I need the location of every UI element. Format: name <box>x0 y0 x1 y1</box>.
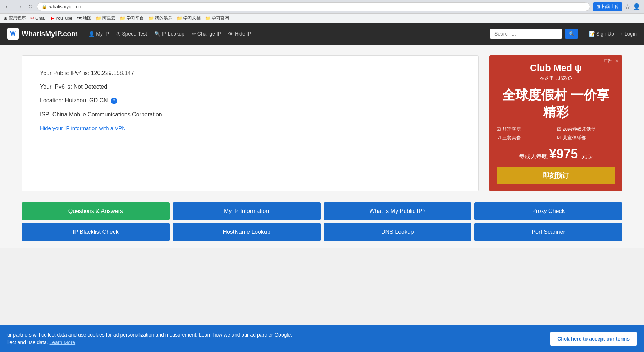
nav-hide-ip-label: Hide IP <box>235 31 251 37</box>
folder-icon-2: 📁 <box>120 15 125 21</box>
btn-questions-answers[interactable]: Questions & Answers <box>22 202 170 220</box>
search-area: 🔍 <box>490 29 578 39</box>
vpn-link[interactable]: Hide your IP information with a VPN <box>40 125 126 131</box>
maps-icon: 🗺 <box>77 15 82 21</box>
ip-lookup-icon: 🔍 <box>154 31 160 37</box>
main-content: Your Public IPv4 is: 120.229.158.147 You… <box>0 45 644 202</box>
ad-price-number: ¥975 <box>549 147 581 161</box>
isp-row: ISP: China Mobile Communications Corpora… <box>40 111 162 118</box>
bookmarks-bar: ⊞ 应用程序 ✉ Gmail ▶ YouTube 🗺 地图 📁 阿里云 📁 学习… <box>0 14 644 23</box>
ad-price-suffix: 元起 <box>581 153 593 159</box>
login-icon: → <box>618 31 624 37</box>
bookmark-wendang-label: 学习文档 <box>183 15 201 21</box>
folder-icon-4: 📁 <box>177 15 182 21</box>
ad-cta-button[interactable]: 即刻预订 <box>497 167 615 184</box>
nav-hide-ip[interactable]: 👁 Hide IP <box>228 31 251 37</box>
browser-actions: ⊞ 拓璞上传 ☆ 👤 <box>593 2 640 11</box>
folder-icon-3: 📁 <box>148 15 154 21</box>
ad-price: 每成人每晚 ¥975 元起 <box>497 147 615 162</box>
ipv4-value: 120.229.158.147 <box>91 70 134 76</box>
bookmark-xuexi[interactable]: 📁 学习平台 <box>120 15 144 21</box>
btn-ip-blacklist[interactable]: IP Blacklist Check <box>22 223 170 241</box>
browser-chrome: ← → ↻ 🔒 whatismyip.com ⊞ 拓璞上传 ☆ 👤 <box>0 0 644 14</box>
bookmark-xuexi-label: 学习平台 <box>127 15 144 21</box>
bookmark-yule-label: 我的娱乐 <box>155 15 172 21</box>
sign-up-icon: 📝 <box>589 31 595 37</box>
bookmark-guanwang-label: 学习官网 <box>212 15 229 21</box>
hide-ip-icon: 👁 <box>228 31 233 37</box>
ad-feature-3: ☑ 三餐美食 <box>497 135 555 141</box>
lock-icon: 🔒 <box>42 4 47 9</box>
ad-title: Club Med ψ <box>497 62 615 74</box>
nav-speed-test[interactable]: ◎ Speed Test <box>116 31 147 37</box>
location-value: Huizhou, GD CN <box>65 97 108 103</box>
ad-features: ☑ 舒适客房 ☑ 20余种娱乐活动 ☑ 三餐美食 ☑ 儿童俱乐部 <box>497 126 615 141</box>
reload-button[interactable]: ↻ <box>27 3 34 11</box>
back-button[interactable]: ← <box>4 3 12 11</box>
bookmark-maps[interactable]: 🗺 地图 <box>77 15 91 21</box>
nav-change-ip[interactable]: ✏ Change IP <box>192 31 221 37</box>
search-input[interactable] <box>490 29 562 39</box>
bookmark-youtube[interactable]: ▶ YouTube <box>51 15 72 21</box>
ad-currency: ¥ <box>549 147 556 161</box>
ipv4-row: Your Public IPv4 is: 120.229.158.147 <box>40 70 134 77</box>
forward-button[interactable]: → <box>15 3 24 11</box>
bookmark-star-button[interactable]: ☆ <box>625 3 630 11</box>
location-label: Location: <box>40 97 63 103</box>
ipv4-label: Your Public IPv4 is: <box>40 70 89 76</box>
ext-icon: ⊞ <box>597 4 600 9</box>
btn-what-is-my-public-ip[interactable]: What Is My Public IP? <box>324 202 472 220</box>
btn-my-ip-information[interactable]: My IP Information <box>173 202 321 220</box>
bookmark-yule[interactable]: 📁 我的娱乐 <box>148 15 172 21</box>
bookmark-gmail[interactable]: ✉ Gmail <box>30 15 46 21</box>
my-ip-icon: 👤 <box>88 31 95 37</box>
btn-dns-lookup[interactable]: DNS Lookup <box>324 223 472 241</box>
ad-main-text: 全球度假村 一价享精彩 <box>497 87 615 121</box>
info-icon[interactable]: ? <box>111 98 117 104</box>
profile-button[interactable]: 👤 <box>632 3 640 11</box>
login-link[interactable]: → Login <box>618 31 637 37</box>
bookmark-guanwang[interactable]: 📁 学习官网 <box>205 15 229 21</box>
ipv6-label: Your IPv6 is: <box>40 84 72 90</box>
change-ip-icon: ✏ <box>192 31 196 37</box>
extension-button[interactable]: ⊞ 拓璞上传 <box>593 2 622 11</box>
ipv6-value: Not Detected <box>74 84 107 90</box>
buttons-section: Questions & Answers My IP Information Wh… <box>0 202 644 248</box>
nav-ip-lookup[interactable]: 🔍 IP Lookup <box>154 31 184 37</box>
folder-icon-1: 📁 <box>96 15 101 21</box>
bookmark-youtube-label: YouTube <box>55 16 72 21</box>
isp-label: ISP: <box>40 111 51 117</box>
nav-change-ip-label: Change IP <box>197 31 221 37</box>
ad-feature-2: ☑ 20余种娱乐活动 <box>557 126 615 133</box>
ad-feature-1: ☑ 舒适客房 <box>497 126 555 133</box>
ad-price-val: 975 <box>556 147 578 161</box>
location-row: Location: Huizhou, GD CN ? <box>40 97 117 104</box>
ad-label: 广告 <box>604 58 612 64</box>
logo-text: WhatIsMyIP.com <box>22 30 78 38</box>
bookmark-aliyun[interactable]: 📁 阿里云 <box>96 15 115 21</box>
url-text: whatismyip.com <box>49 4 82 9</box>
ad-close-button[interactable]: ✕ <box>615 58 619 64</box>
bookmark-wendang[interactable]: 📁 学习文档 <box>177 15 201 21</box>
search-button[interactable]: 🔍 <box>565 29 578 39</box>
isp-value: China Mobile Communications Corporation <box>52 111 162 117</box>
gmail-icon: ✉ <box>30 15 34 21</box>
nav-ip-lookup-label: IP Lookup <box>162 31 184 37</box>
btn-hostname-lookup[interactable]: HostName Lookup <box>173 223 321 241</box>
bookmark-apps[interactable]: ⊞ 应用程序 <box>4 15 26 21</box>
sign-up-link[interactable]: 📝 Sign Up <box>589 31 614 37</box>
ipv6-row: Your IPv6 is: Not Detected <box>40 84 107 90</box>
btn-port-scanner[interactable]: Port Scanner <box>474 223 622 241</box>
btn-proxy-check[interactable]: Proxy Check <box>474 202 622 220</box>
auth-links: 📝 Sign Up → Login <box>589 31 637 37</box>
ad-feature-4: ☑ 儿童俱乐部 <box>557 135 615 141</box>
ad-area: 广告 ✕ Club Med ψ 在这里，精彩你 全球度假村 一价享精彩 ☑ 舒适… <box>489 55 622 191</box>
logo[interactable]: W WhatIsMyIP.com <box>7 28 78 40</box>
ip-info-box: Your Public IPv4 is: 120.229.158.147 You… <box>22 55 479 191</box>
address-bar[interactable]: 🔒 whatismyip.com <box>37 2 590 11</box>
bookmark-gmail-label: Gmail <box>35 16 46 21</box>
speed-test-icon: ◎ <box>116 31 120 37</box>
bookmark-aliyun-label: 阿里云 <box>102 15 115 21</box>
nav-my-ip[interactable]: 👤 My IP <box>88 31 109 37</box>
apps-icon: ⊞ <box>4 15 8 21</box>
